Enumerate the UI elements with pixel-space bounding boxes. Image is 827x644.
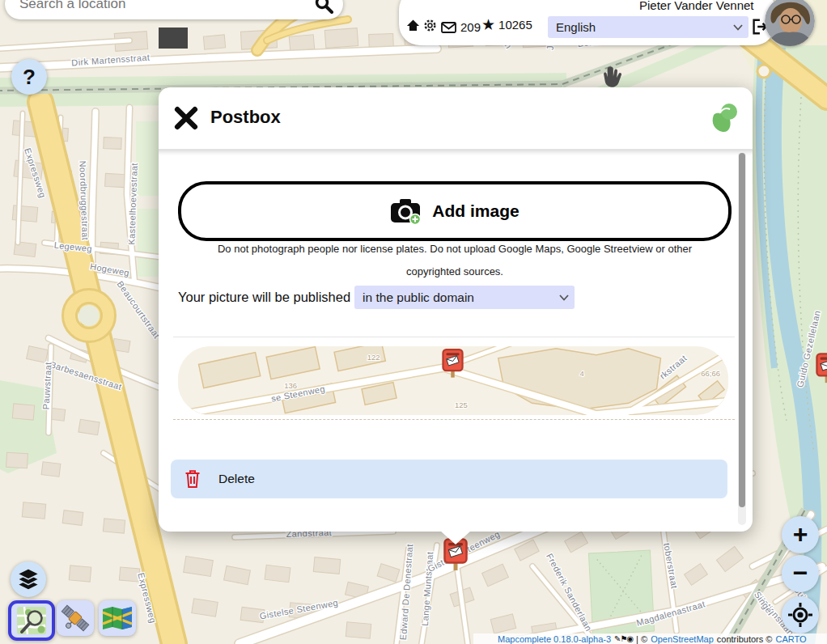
housenumber: 4 <box>579 369 583 378</box>
carto-link[interactable]: CARTO <box>775 634 806 644</box>
background-map-button[interactable] <box>99 600 136 636</box>
gear-icon <box>423 19 437 32</box>
plus-icon: + <box>793 521 808 547</box>
changes-button[interactable]: ★ 10265 <box>481 17 532 32</box>
user-name[interactable]: Pieter Vander Vennet <box>639 0 754 12</box>
layers-button[interactable] <box>11 561 46 597</box>
housenumber: 66;66 <box>701 369 720 378</box>
add-image-button[interactable]: Add image <box>178 181 732 241</box>
crosshair-icon <box>787 602 813 628</box>
license-row: Your picture will be published in the pu… <box>178 286 575 309</box>
search-input[interactable] <box>18 0 314 13</box>
envelope-icon <box>441 22 456 33</box>
hand-cursor <box>599 63 628 92</box>
postbox-marker-edge[interactable] <box>816 353 827 384</box>
license-value: in the public domain <box>363 290 474 305</box>
dialog-pointer <box>440 531 471 544</box>
attribution-bar: Mapcomplete 0.18.0-alpha-3 ✎⚑◉ | © OpenS… <box>473 633 827 644</box>
photo-disclaimer: Do not photograph people nor license pla… <box>189 238 720 283</box>
minus-icon: − <box>793 560 808 586</box>
mapcomplete-version-link[interactable]: Mapcomplete 0.18.0-alpha-3 <box>498 634 611 644</box>
language-select[interactable]: English <box>548 16 749 38</box>
satellite-icon <box>61 604 90 633</box>
star-count: 10265 <box>498 18 532 32</box>
osm-carto-icon <box>16 606 47 635</box>
mapcomplete-app: { "search": { "placeholder": "Search a l… <box>0 0 827 644</box>
dialog-scrollbar[interactable] <box>738 151 746 525</box>
divider-dashed <box>173 419 735 420</box>
trash-icon <box>184 469 201 489</box>
license-prefix: Your picture will be published <box>178 290 350 305</box>
postbox-dialog: Postbox Add image Do not photograph peop… <box>159 87 753 532</box>
layers-icon <box>15 567 41 591</box>
mapcomplete-logo-icon <box>709 102 738 133</box>
dialog-title: Postbox <box>210 107 281 128</box>
feature-minimap[interactable]: se Steenweg rkstraat 122 136 125 4 66;66 <box>178 346 728 415</box>
housenumber: 122 <box>367 353 380 362</box>
background-osm-button[interactable] <box>8 600 55 641</box>
star-icon: ★ <box>481 17 495 32</box>
help-button[interactable]: ? <box>11 59 47 95</box>
chevron-down-icon <box>733 24 743 31</box>
housenumber: 136 <box>284 381 297 390</box>
housenumber: 125 <box>455 400 468 409</box>
divider <box>173 337 735 337</box>
delete-button[interactable]: Delete <box>171 460 727 498</box>
home-button[interactable] <box>406 19 420 32</box>
messages-button[interactable]: 209 <box>441 20 481 34</box>
camera-icon <box>390 197 421 225</box>
zoom-out-button[interactable]: − <box>782 555 819 592</box>
delete-label: Delete <box>218 472 255 486</box>
osm-link[interactable]: OpenStreetMap <box>651 634 714 644</box>
folded-map-icon <box>102 606 133 630</box>
close-icon[interactable] <box>173 105 199 131</box>
question-mark: ? <box>23 65 36 90</box>
message-count: 209 <box>460 20 481 34</box>
scrollbar-thumb[interactable] <box>739 153 745 507</box>
attribution-icons[interactable]: ✎⚑◉ <box>614 634 633 643</box>
home-icon <box>406 19 420 32</box>
search-bar[interactable] <box>5 0 343 19</box>
background-satellite-button[interactable] <box>57 600 94 636</box>
zoom-in-button[interactable]: + <box>782 516 819 553</box>
settings-button[interactable] <box>423 19 437 32</box>
language-value: English <box>556 20 596 34</box>
add-image-label: Add image <box>432 201 519 221</box>
license-select[interactable]: in the public domain <box>354 286 575 309</box>
chevron-down-icon <box>559 294 569 301</box>
attribution-separator: | © <box>636 634 647 644</box>
geolocate-button[interactable] <box>782 596 819 633</box>
search-icon[interactable] <box>314 0 333 14</box>
attribution-contributors: contributors © <box>717 634 773 644</box>
